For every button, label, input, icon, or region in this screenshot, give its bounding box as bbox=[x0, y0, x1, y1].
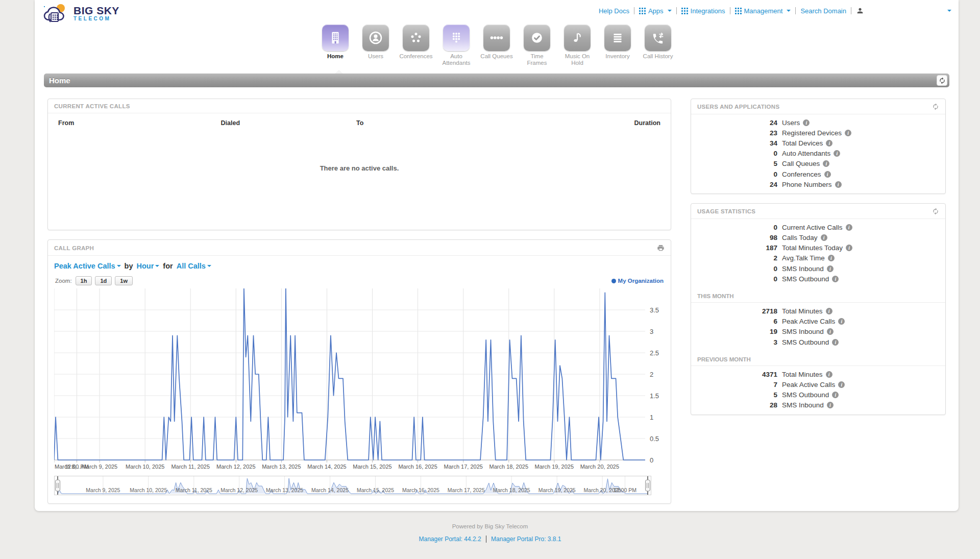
stat-month-total-minutes: 2718Total Minutesi bbox=[691, 306, 945, 316]
chevron-down-icon bbox=[155, 265, 159, 267]
info-icon[interactable]: i bbox=[845, 130, 851, 136]
list-icon bbox=[610, 30, 625, 45]
interval-dropdown[interactable]: Hour bbox=[136, 262, 159, 270]
nav-item-time-frames[interactable]: Time Frames bbox=[520, 25, 554, 66]
stat-month-sms-outbound: 3SMS Outboundi bbox=[691, 337, 945, 347]
divider bbox=[795, 7, 796, 14]
info-icon[interactable]: i bbox=[826, 140, 832, 147]
stat-prev-peak-active-calls: 7Peak Active Callsi bbox=[691, 379, 945, 390]
svg-text:0: 0 bbox=[650, 456, 653, 464]
cloud-phone-logo-icon bbox=[42, 3, 69, 24]
header-links: Help Docs Apps Integrations Management S… bbox=[599, 3, 951, 15]
svg-text:March 16, 2025: March 16, 2025 bbox=[398, 464, 437, 470]
active-calls-table-header: From Dialed To Duration bbox=[48, 113, 671, 131]
zoom-1w-button[interactable]: 1w bbox=[115, 276, 133, 285]
info-icon[interactable]: i bbox=[835, 181, 842, 188]
info-icon[interactable]: i bbox=[838, 318, 845, 325]
refresh-icon bbox=[939, 77, 946, 84]
printer-icon bbox=[657, 244, 665, 252]
grid-icon bbox=[639, 8, 646, 14]
info-icon[interactable]: i bbox=[827, 328, 834, 335]
svg-text:3: 3 bbox=[650, 328, 653, 335]
apps-menu[interactable]: Apps bbox=[639, 7, 672, 15]
filter-dropdown[interactable]: All Calls bbox=[177, 262, 211, 270]
refresh-icon bbox=[932, 208, 939, 215]
stat-auto-attendants: 0Auto Attendantsi bbox=[691, 149, 945, 159]
info-icon[interactable]: i bbox=[846, 245, 852, 251]
info-icon[interactable]: i bbox=[827, 265, 834, 272]
usage-statistics-panel: USAGE STATISTICS 0Current Active Callsi … bbox=[691, 203, 946, 415]
nav-item-conferences[interactable]: Conferences bbox=[399, 25, 433, 66]
nav-item-auto-attendants[interactable]: Auto Attendants bbox=[439, 25, 473, 66]
zoom-1d-button[interactable]: 1d bbox=[95, 276, 112, 285]
user-menu[interactable] bbox=[856, 7, 951, 15]
page-title-bar: Home bbox=[44, 74, 949, 87]
info-icon[interactable]: i bbox=[828, 255, 835, 261]
svg-text:March 13, 2025: March 13, 2025 bbox=[262, 464, 301, 470]
svg-text:March 11, 2025: March 11, 2025 bbox=[176, 487, 212, 493]
manager-portal-pro-version-link[interactable]: Manager Portal Pro: 3.8.1 bbox=[491, 536, 561, 543]
grid-icon bbox=[735, 8, 742, 14]
info-icon[interactable]: i bbox=[832, 339, 839, 346]
info-icon[interactable]: i bbox=[838, 381, 845, 388]
stat-phone-numbers: 24Phone Numbersi bbox=[691, 179, 945, 189]
legend-item-my-organization[interactable]: My Organization bbox=[611, 278, 664, 284]
stat-month-peak-active-calls: 6Peak Active Callsi bbox=[691, 317, 945, 327]
svg-text:March 19, 2025: March 19, 2025 bbox=[535, 464, 574, 470]
info-icon[interactable]: i bbox=[824, 171, 831, 178]
info-icon[interactable]: i bbox=[834, 150, 840, 157]
chevron-down-icon bbox=[668, 10, 672, 12]
panel-title: CURRENT ACTIVE CALLS bbox=[54, 103, 130, 109]
stat-current-active-calls: 0Current Active Callsi bbox=[691, 222, 945, 232]
print-chart-button[interactable] bbox=[657, 244, 665, 252]
help-docs-link[interactable]: Help Docs bbox=[599, 7, 629, 15]
svg-text:March 17, 2025: March 17, 2025 bbox=[448, 487, 485, 493]
user-name bbox=[867, 7, 943, 14]
refresh-page-button[interactable] bbox=[937, 75, 947, 86]
this-month-header: THIS MONTH bbox=[691, 288, 945, 303]
chart-navigator[interactable]: March 9, 2025March 10, 2025March 11, 202… bbox=[54, 476, 651, 495]
info-icon[interactable]: i bbox=[827, 402, 834, 408]
queue-dots-icon bbox=[488, 30, 505, 46]
svg-text:March 10, 2025: March 10, 2025 bbox=[126, 464, 164, 470]
info-icon[interactable]: i bbox=[832, 392, 839, 398]
svg-text:3.5: 3.5 bbox=[650, 306, 659, 314]
svg-text:1.5: 1.5 bbox=[650, 392, 659, 400]
info-icon[interactable]: i bbox=[803, 119, 810, 126]
svg-text:March 14, 2025: March 14, 2025 bbox=[307, 464, 346, 470]
integrations-link[interactable]: Integrations bbox=[681, 7, 725, 15]
refresh-panel-button[interactable] bbox=[932, 208, 939, 215]
chevron-down-icon bbox=[787, 10, 791, 12]
nav-item-call-history[interactable]: Call History bbox=[641, 25, 675, 66]
svg-text:March 9, 2025: March 9, 2025 bbox=[86, 487, 120, 493]
search-domain-link[interactable]: Search Domain bbox=[800, 7, 846, 15]
keypad-icon bbox=[449, 30, 464, 45]
nav-item-call-queues[interactable]: Call Queues bbox=[480, 25, 513, 66]
info-icon[interactable]: i bbox=[821, 234, 827, 241]
nav-item-music-on-hold[interactable]: Music On Hold bbox=[560, 25, 594, 66]
phone-history-icon bbox=[650, 30, 666, 45]
conference-dots-icon bbox=[408, 30, 424, 45]
manager-portal-version-link[interactable]: Manager Portal: 44.2.2 bbox=[419, 536, 481, 543]
svg-text:March 10, 2025: March 10, 2025 bbox=[130, 487, 167, 493]
column-to: To bbox=[356, 119, 585, 127]
info-icon[interactable]: i bbox=[823, 160, 829, 167]
info-icon[interactable]: i bbox=[846, 224, 852, 231]
chevron-down-icon bbox=[117, 265, 121, 267]
nav-item-users[interactable]: Users bbox=[359, 25, 393, 66]
svg-text:March 9, 2025: March 9, 2025 bbox=[82, 464, 117, 470]
refresh-panel-button[interactable] bbox=[932, 103, 939, 110]
management-menu[interactable]: Management bbox=[735, 7, 791, 15]
nav-item-home[interactable]: Home bbox=[318, 25, 352, 66]
info-icon[interactable]: i bbox=[826, 371, 832, 378]
info-icon[interactable]: i bbox=[832, 276, 839, 282]
nav-item-inventory[interactable]: Inventory bbox=[601, 25, 634, 66]
svg-text:12:00 PM: 12:00 PM bbox=[614, 487, 636, 493]
divider bbox=[851, 7, 851, 14]
zoom-1h-button[interactable]: 1h bbox=[76, 276, 92, 285]
metric-dropdown[interactable]: Peak Active Calls bbox=[54, 262, 121, 270]
page-footer: Powered by Big Sky Telecom Manager Porta… bbox=[0, 511, 980, 543]
building-icon bbox=[328, 30, 343, 45]
stat-calls-today: 98Calls Todayi bbox=[691, 233, 945, 243]
info-icon[interactable]: i bbox=[826, 308, 832, 314]
